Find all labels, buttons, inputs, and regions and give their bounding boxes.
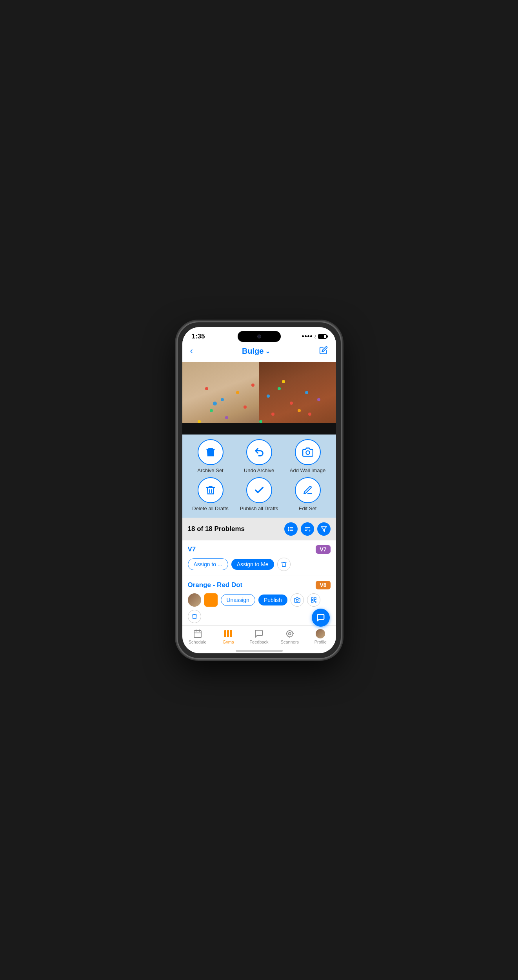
publish-drafts-label: Publish all Drafts [240, 505, 278, 511]
actions-row-2: Delete all Drafts Publish all Drafts [186, 477, 332, 511]
signal-icon [302, 335, 312, 337]
svg-rect-23 [230, 630, 232, 637]
assign-to-button[interactable]: Assign to ... [188, 558, 228, 570]
status-time: 1:35 [192, 333, 205, 340]
phone-screen: 1:35 ≀ ‹ Bulge ⌄ [182, 327, 336, 653]
svg-rect-13 [314, 598, 316, 600]
problems-count: 18 of 18 Problems [188, 525, 245, 533]
archive-set-circle [198, 439, 224, 465]
tab-profile[interactable]: Profile [309, 629, 332, 644]
svg-point-0 [306, 451, 309, 454]
wifi-icon: ≀ [314, 333, 316, 340]
undo-archive-circle [246, 439, 272, 465]
problem-orange-actions: Unassign Publish [188, 593, 331, 623]
status-icons: ≀ [302, 333, 327, 340]
route-color-swatch [204, 593, 218, 607]
v7-delete-button[interactable] [277, 558, 291, 571]
add-wall-image-circle [295, 439, 321, 465]
dynamic-island [238, 331, 281, 342]
problem-v7-header: V7 V7 [188, 545, 331, 554]
profile-avatar [316, 629, 325, 638]
app-header: ‹ Bulge ⌄ [182, 342, 336, 362]
svg-point-5 [288, 529, 289, 529]
problems-section: 18 of 18 Problems [182, 518, 336, 625]
tab-feedback-label: Feedback [249, 640, 268, 644]
list-view-button[interactable] [284, 522, 298, 536]
publish-drafts-circle [246, 477, 272, 503]
header-title[interactable]: Bulge ⌄ [242, 347, 271, 356]
svg-rect-14 [311, 600, 313, 602]
archive-set-button[interactable]: Archive Set [191, 439, 230, 473]
chevron-down-icon: ⌄ [265, 347, 270, 355]
svg-point-11 [296, 599, 298, 601]
edit-set-button[interactable]: Edit Set [288, 477, 327, 511]
problem-orange-name[interactable]: Orange - Red Dot [188, 581, 243, 589]
tab-scanners[interactable]: Scanners [278, 629, 302, 644]
tab-profile-label: Profile [314, 640, 327, 644]
add-wall-image-label: Add Wall Image [290, 467, 325, 473]
tab-scanners-label: Scanners [281, 640, 299, 644]
svg-rect-22 [227, 630, 229, 637]
problem-v7-grade: V7 [316, 545, 330, 554]
delete-drafts-button[interactable]: Delete all Drafts [191, 477, 230, 511]
floor [182, 423, 336, 435]
problem-orange-grade: V8 [316, 581, 330, 589]
undo-archive-button[interactable]: Undo Archive [240, 439, 279, 473]
filter-button[interactable] [317, 522, 331, 536]
delete-drafts-circle [198, 477, 224, 503]
tab-schedule-label: Schedule [189, 640, 207, 644]
publish-drafts-button[interactable]: Publish all Drafts [240, 477, 279, 511]
add-wall-image-button[interactable]: Add Wall Image [288, 439, 327, 473]
assigned-user-avatar [188, 593, 201, 607]
edit-set-label: Edit Set [299, 505, 317, 511]
archive-set-label: Archive Set [197, 467, 223, 473]
problem-v7-name[interactable]: V7 [188, 545, 196, 553]
battery-icon [318, 334, 327, 339]
problem-v7-actions: Assign to ... Assign to Me [188, 558, 331, 571]
back-button[interactable]: ‹ [189, 344, 194, 358]
qr-button[interactable] [307, 593, 320, 607]
hero-image [182, 362, 336, 435]
tab-bar: Schedule Gyms Feedback [182, 625, 336, 650]
svg-point-25 [289, 633, 291, 635]
tab-schedule[interactable]: Schedule [186, 629, 209, 644]
orange-delete-button[interactable] [188, 610, 201, 623]
svg-rect-16 [315, 602, 316, 602]
delete-drafts-label: Delete all Drafts [192, 505, 228, 511]
unassign-button[interactable]: Unassign [221, 594, 255, 606]
svg-point-6 [288, 530, 289, 531]
phone-shell: 1:35 ≀ ‹ Bulge ⌄ [177, 322, 342, 659]
svg-rect-17 [194, 631, 201, 638]
svg-rect-21 [224, 630, 226, 637]
tab-gyms[interactable]: Gyms [216, 629, 240, 644]
problem-card-v7: V7 V7 Assign to ... Assign to Me [182, 540, 336, 576]
header-controls [284, 522, 331, 536]
publish-button[interactable]: Publish [258, 595, 287, 605]
actions-section: Archive Set Undo Archive [182, 435, 336, 518]
volume-up-button[interactable] [177, 373, 178, 387]
problems-header: 18 of 18 Problems [182, 518, 336, 540]
volume-down-button[interactable] [177, 391, 178, 404]
camera-button[interactable] [291, 593, 304, 607]
tab-gyms-label: Gyms [223, 640, 234, 644]
svg-marker-10 [321, 527, 326, 531]
svg-rect-15 [314, 600, 315, 601]
assign-to-me-button[interactable]: Assign to Me [231, 559, 274, 570]
chat-float-button[interactable] [312, 609, 330, 627]
status-bar: 1:35 ≀ [182, 327, 336, 342]
power-button[interactable] [341, 383, 342, 407]
edit-button[interactable] [318, 344, 329, 358]
camera-dot [257, 335, 261, 338]
svg-point-4 [288, 527, 289, 528]
tab-feedback[interactable]: Feedback [247, 629, 271, 644]
undo-archive-label: Undo Archive [244, 467, 274, 473]
home-indicator [236, 650, 283, 652]
avatar-row [188, 593, 218, 607]
problem-orange-header: Orange - Red Dot V8 [188, 581, 331, 589]
climbing-wall [182, 362, 336, 435]
actions-row-1: Archive Set Undo Archive [186, 439, 332, 473]
svg-rect-12 [311, 598, 313, 600]
edit-set-circle [295, 477, 321, 503]
page-title: Bulge [242, 347, 264, 356]
sort-button[interactable] [301, 522, 314, 536]
